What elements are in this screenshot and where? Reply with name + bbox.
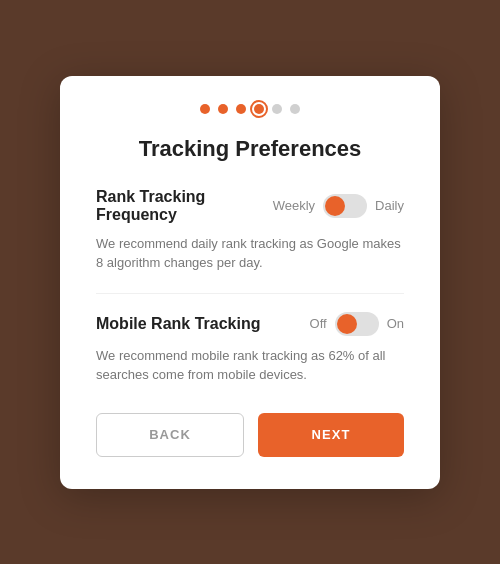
mobile-tracking-thumb bbox=[337, 314, 357, 334]
mobile-tracking-left-label: Off bbox=[310, 316, 327, 331]
rank-frequency-left-label: Weekly bbox=[273, 198, 315, 213]
action-buttons: BACK NEXT bbox=[96, 413, 404, 457]
mobile-tracking-toggle[interactable] bbox=[335, 312, 379, 336]
dot-2 bbox=[218, 104, 228, 114]
rank-frequency-thumb bbox=[325, 196, 345, 216]
rank-frequency-section: Rank Tracking Frequency Weekly Daily We … bbox=[96, 188, 404, 273]
back-button[interactable]: BACK bbox=[96, 413, 244, 457]
rank-frequency-header: Rank Tracking Frequency Weekly Daily bbox=[96, 188, 404, 224]
modal: Tracking Preferences Rank Tracking Frequ… bbox=[60, 76, 440, 489]
mobile-tracking-section: Mobile Rank Tracking Off On We recommend… bbox=[96, 312, 404, 385]
mobile-tracking-toggle-group: Off On bbox=[310, 312, 404, 336]
dot-3 bbox=[236, 104, 246, 114]
rank-frequency-desc: We recommend daily rank tracking as Goog… bbox=[96, 234, 404, 273]
dot-6 bbox=[290, 104, 300, 114]
mobile-tracking-desc: We recommend mobile rank tracking as 62%… bbox=[96, 346, 404, 385]
rank-frequency-toggle-group: Weekly Daily bbox=[273, 194, 404, 218]
mobile-tracking-label: Mobile Rank Tracking bbox=[96, 315, 260, 333]
section-divider bbox=[96, 293, 404, 294]
dot-1 bbox=[200, 104, 210, 114]
page-title: Tracking Preferences bbox=[96, 136, 404, 162]
dot-4 bbox=[254, 104, 264, 114]
rank-frequency-label: Rank Tracking Frequency bbox=[96, 188, 273, 224]
dot-5 bbox=[272, 104, 282, 114]
rank-frequency-toggle[interactable] bbox=[323, 194, 367, 218]
mobile-tracking-right-label: On bbox=[387, 316, 404, 331]
next-button[interactable]: NEXT bbox=[258, 413, 404, 457]
rank-frequency-right-label: Daily bbox=[375, 198, 404, 213]
mobile-tracking-header: Mobile Rank Tracking Off On bbox=[96, 312, 404, 336]
progress-dots bbox=[96, 104, 404, 114]
